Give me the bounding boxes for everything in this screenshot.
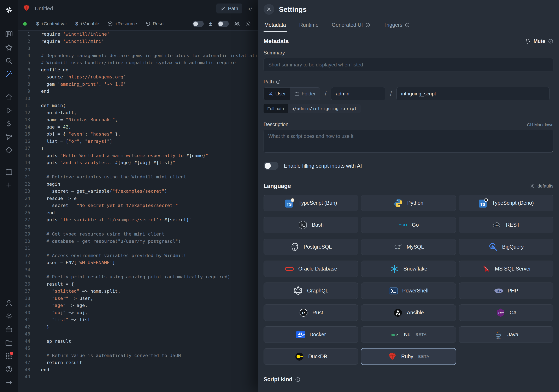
language-option-postgresql[interactable]: PostgreSQL — [264, 239, 358, 255]
gear-icon — [530, 183, 535, 189]
tab-label: Metadata — [264, 22, 286, 28]
language-option-rest[interactable]: HTTPREST — [459, 217, 553, 233]
language-option-bash[interactable]: Bash — [264, 217, 358, 233]
language-defaults-button[interactable]: defaults — [530, 183, 553, 189]
reset-button[interactable]: Reset — [142, 19, 168, 28]
ai-fill-toggle[interactable] — [264, 162, 279, 170]
add-resource-button[interactable]: +Resource — [104, 19, 140, 28]
diff-toggle[interactable] — [193, 21, 204, 27]
search-icon[interactable] — [2, 54, 16, 67]
help-icon[interactable] — [2, 363, 16, 376]
info-icon[interactable] — [548, 38, 553, 44]
language-option-php[interactable]: phpPHP — [459, 283, 553, 299]
language-option-docker[interactable]: Docker — [264, 326, 358, 343]
runs-icon[interactable] — [2, 104, 16, 117]
owner-kind-folder[interactable]: Folder — [290, 88, 320, 100]
tab-label: Runtime — [299, 22, 318, 28]
language-label: Ruby — [401, 354, 413, 359]
collaborators-icon[interactable] — [234, 21, 240, 27]
language-label: DuckDB — [308, 354, 327, 359]
rest-icon: HTTP — [492, 220, 502, 230]
beta-badge: BETA — [418, 354, 429, 359]
user-icon[interactable] — [2, 296, 16, 310]
language-option-rust[interactable]: RRust — [264, 304, 358, 321]
language-option-bigquery[interactable]: BigQuery — [459, 239, 553, 255]
description-textarea[interactable] — [264, 130, 553, 153]
svg-text:C: C — [498, 311, 501, 315]
full-path-value: u/admin/intriguing_script — [288, 104, 361, 113]
language-option-nu[interactable]: nu>NuBETA — [361, 326, 456, 343]
tab-label: Triggers — [383, 22, 402, 28]
language-option-go[interactable]: GOGo — [361, 217, 456, 233]
board-icon[interactable] — [2, 28, 16, 41]
path-label: Path — [264, 79, 553, 85]
language-label: Snowflake — [403, 266, 427, 272]
language-label: PowerShell — [402, 288, 428, 294]
info-icon[interactable] — [276, 79, 281, 84]
schedules-icon[interactable] — [2, 144, 16, 157]
ruby-language-logo — [22, 4, 31, 13]
language-label: REST — [506, 222, 520, 228]
tab-metadata[interactable]: Metadata — [264, 19, 287, 32]
variables-icon[interactable] — [2, 117, 16, 130]
language-option-ruby[interactable]: RubyBETA — [361, 348, 456, 365]
language-option-duckdb[interactable]: DuckDB — [264, 348, 358, 365]
script-title-input[interactable] — [35, 5, 142, 12]
language-option-snowflake[interactable]: Snowflake — [361, 261, 456, 277]
close-icon[interactable] — [264, 4, 274, 15]
tab-generated-ui[interactable]: Generated UI — [331, 19, 371, 32]
apps-grid-icon[interactable] — [2, 349, 16, 363]
php-icon: php — [494, 286, 503, 296]
ai-wand-icon[interactable] — [2, 67, 16, 81]
language-option-powershell[interactable]: PowerShell — [361, 283, 456, 299]
language-option-graphql[interactable]: GraphQL — [264, 283, 358, 299]
language-option-mssql[interactable]: MS SQL Server — [459, 261, 553, 277]
summary-label: Summary — [264, 50, 553, 56]
language-option-oracle[interactable]: Oracle Database — [264, 261, 358, 277]
folders-icon[interactable] — [2, 336, 16, 349]
info-icon[interactable] — [295, 377, 300, 382]
language-label: BigQuery — [502, 244, 524, 250]
language-option-java[interactable]: JavaJava — [459, 326, 553, 343]
calendar-icon[interactable] — [2, 165, 16, 178]
gh-markdown-hint: GH Markdown — [527, 123, 553, 127]
svg-text:php: php — [497, 290, 501, 292]
owner-kind-user[interactable]: User — [264, 88, 290, 100]
add-context-var-label: +Context var — [41, 21, 67, 27]
summary-input[interactable] — [264, 58, 553, 71]
language-option-csharp[interactable]: CC# — [459, 304, 553, 321]
svg-text:>: > — [396, 333, 398, 337]
workspace-icon[interactable] — [2, 323, 16, 336]
settings-tabs: MetadataRuntimeGenerated UITriggers — [258, 19, 559, 32]
resources-icon[interactable] — [2, 130, 16, 144]
home-icon[interactable] — [2, 91, 16, 104]
language-option-typescript-bun[interactable]: TSTypeScript (Bun) — [264, 195, 358, 211]
postgresql-icon — [290, 242, 299, 252]
language-option-ansible[interactable]: Ansible — [361, 304, 456, 321]
path-button[interactable]: Path — [216, 3, 242, 13]
tab-runtime[interactable]: Runtime — [298, 19, 319, 32]
language-option-mysql[interactable]: MySQLMySQL — [361, 239, 456, 255]
tab-triggers[interactable]: Triggers — [382, 19, 410, 32]
language-option-python[interactable]: Python — [361, 195, 456, 211]
ai-fill-label: Enable filling script inputs with AI — [284, 163, 362, 169]
language-label: GraphQL — [307, 288, 328, 294]
settings-title: Settings — [279, 5, 307, 13]
path-owner-input[interactable] — [331, 87, 385, 100]
settings-gear-icon[interactable] — [2, 310, 16, 323]
context-var-icon: $ — [36, 21, 39, 27]
collapse-sidebar-icon[interactable] — [2, 376, 16, 389]
collab-toggle[interactable] — [218, 21, 229, 27]
editor-settings-icon[interactable] — [245, 21, 251, 27]
language-option-typescript-deno[interactable]: TSTypeScript (Deno) — [459, 195, 553, 211]
path-name-input[interactable] — [396, 87, 550, 100]
language-label: Go — [412, 222, 419, 228]
add-icon[interactable] — [2, 178, 16, 192]
mute-toggle[interactable]: Mute — [533, 38, 545, 44]
status-dot — [23, 22, 27, 26]
add-context-var-button[interactable]: $ +Context var — [33, 19, 70, 28]
duckdb-icon — [295, 352, 304, 361]
info-icon — [405, 23, 410, 27]
star-icon[interactable] — [2, 41, 16, 54]
add-variable-button[interactable]: $ +Variable — [73, 19, 102, 28]
